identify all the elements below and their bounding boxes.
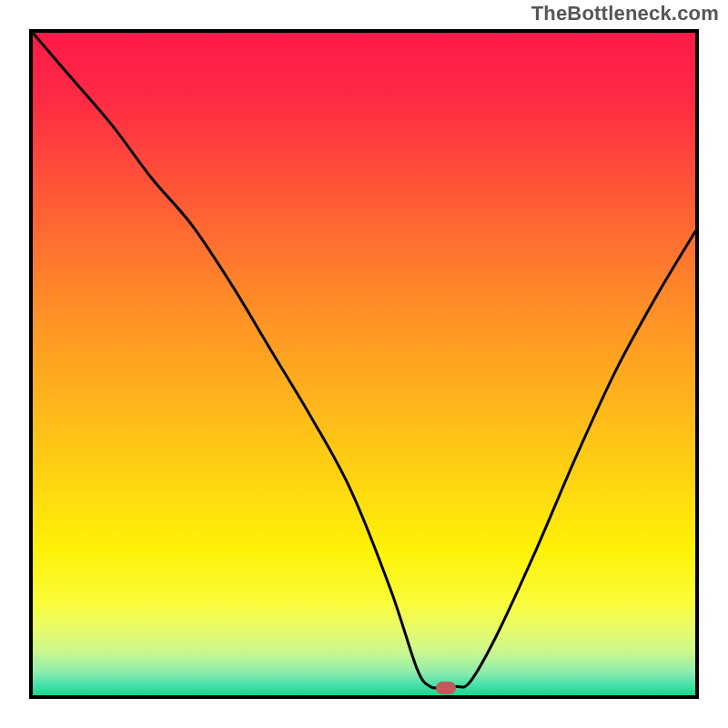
- plot-area: [29, 29, 699, 699]
- chart-container: TheBottleneck.com: [0, 0, 728, 728]
- bottleneck-curve: [33, 33, 695, 695]
- watermark-text: TheBottleneck.com: [531, 2, 719, 25]
- optimum-marker: [436, 682, 456, 694]
